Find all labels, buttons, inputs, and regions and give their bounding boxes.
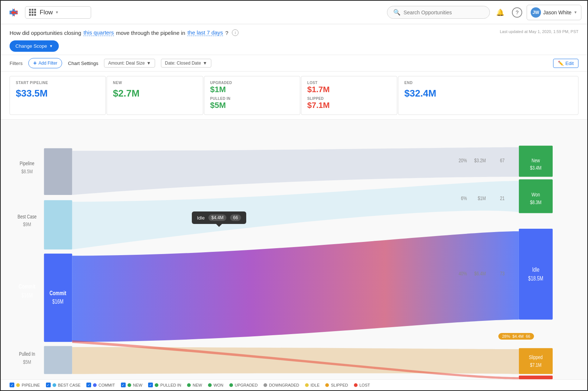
question-mid: move through the pipeline in [116, 30, 185, 36]
legend-won[interactable]: WON [208, 383, 223, 387]
svg-text:40%: 40% [459, 270, 467, 276]
legend-pulledin-label: PULLED IN [160, 383, 181, 387]
upgraded-card: UPGRADED $1M PULLED IN $5M [204, 76, 300, 115]
app-name: Flow [40, 9, 53, 16]
legend-upgraded[interactable]: UPGRADED [229, 383, 258, 387]
legend-pipeline-checkbox[interactable]: ✓ [10, 383, 14, 387]
legend-downgraded-dot [263, 383, 267, 387]
edit-button[interactable]: ✏️ Edit [553, 59, 578, 68]
legend-downgraded-label: DOWNGRADED [269, 383, 299, 387]
date-filter[interactable]: Date: Closed Date ▼ [161, 59, 211, 68]
help-icon[interactable]: ? [512, 7, 522, 18]
legend-new-checkbox[interactable]: ✓ [121, 383, 126, 387]
add-filter-icon: + [33, 60, 36, 66]
legend-slipped[interactable]: SLIPPED [325, 383, 348, 387]
legend-bestcase-checkbox[interactable]: ✓ [46, 383, 51, 387]
idle-cnt: 66 [526, 334, 530, 338]
question-suffix: ? [225, 30, 228, 36]
idle-pct: 28% [502, 334, 510, 338]
change-scope-button[interactable]: Change Scope ▼ [10, 40, 59, 52]
svg-text:New: New [532, 157, 540, 163]
legend-new2-dot [187, 383, 191, 387]
legend-lost-dot [354, 383, 358, 387]
legend-commit-checkbox[interactable]: ✓ [86, 383, 91, 387]
app-selector[interactable]: Flow ▼ [25, 6, 91, 19]
svg-text:Commit: Commit [19, 283, 36, 290]
end-card: END $32.4M [398, 76, 578, 115]
page-question: How did opportunities closing this quart… [10, 29, 239, 36]
legend-commit[interactable]: ✓ COMMIT [86, 383, 115, 387]
legend-bestcase-label: BEST CASE [58, 383, 81, 387]
legend-upgraded-dot [229, 383, 233, 387]
user-name: Jason White [543, 10, 571, 15]
svg-text:Won: Won [531, 192, 540, 198]
slipped-label: SLIPPED [307, 97, 391, 101]
search-input[interactable] [404, 10, 484, 15]
scope-link[interactable]: this quarters [83, 29, 114, 36]
svg-rect-6 [44, 346, 72, 374]
new-value: $2.7M [113, 88, 197, 99]
nav-icons: 🔔 ? [494, 7, 522, 18]
svg-text:$18.5M: $18.5M [528, 275, 543, 282]
search-icon: 🔍 [393, 9, 401, 16]
add-filter-button[interactable]: + Add Filter [28, 58, 62, 68]
notifications-icon[interactable]: 🔔 [494, 7, 506, 18]
svg-text:Best Case: Best Case [18, 213, 37, 220]
start-pipeline-value: $33.5M [16, 88, 100, 99]
user-chevron: ▼ [574, 10, 577, 14]
user-menu[interactable]: JW Jason White ▼ [527, 5, 581, 20]
lost-card: LOST $1.7M SLIPPED $7.1M [301, 76, 397, 115]
legend-commit-label: COMMIT [98, 383, 115, 387]
date-filter-chevron: ▼ [203, 61, 207, 66]
end-label: END [404, 81, 572, 85]
legend-lost[interactable]: LOST [354, 383, 370, 387]
legend-bestcase-dot [53, 383, 56, 387]
legend-idle-dot [305, 383, 309, 387]
upgraded-label: UPGRADED [210, 81, 294, 85]
legend-idle[interactable]: IDLE [305, 383, 319, 387]
sankey-svg: Pipeline $8.5M Best Case $9M Commit $16M… [1, 120, 587, 379]
amount-filter-chevron: ▼ [147, 61, 151, 66]
lost-label: LOST [307, 81, 391, 85]
summary-cards: START PIPELINE $33.5M NEW $2.7M UPGRADED… [1, 72, 587, 120]
top-nav: Flow ▼ 🔍 🔔 ? JW Jason White ▼ [1, 1, 587, 24]
start-pipeline-label: START PIPELINE [16, 81, 100, 85]
legend-commit-dot [93, 383, 97, 387]
add-filter-label: Add Filter [39, 61, 57, 66]
lost-value: $1.7M [307, 85, 391, 94]
page-header: How did opportunities closing this quart… [1, 24, 587, 55]
search-bar[interactable]: 🔍 [387, 6, 490, 19]
legend-pipeline[interactable]: ✓ PIPELINE [10, 383, 40, 387]
start-pipeline-card: START PIPELINE $33.5M [10, 76, 106, 115]
info-icon[interactable]: i [232, 29, 239, 36]
edit-icon: ✏️ [558, 61, 564, 66]
period-link[interactable]: the last 7 days [187, 29, 223, 36]
legend-slipped-label: SLIPPED [331, 383, 348, 387]
legend-new[interactable]: ✓ NEW [121, 383, 143, 387]
legend-new-dot [128, 383, 131, 387]
legend-new-label: NEW [133, 383, 143, 387]
svg-text:Idle: Idle [532, 266, 539, 273]
last-updated: Last updated at May 1, 2020, 1:59 PM, PS… [500, 29, 578, 34]
legend-new2[interactable]: NEW [187, 383, 202, 387]
idle-amt: $4.4M [512, 334, 524, 338]
pulled-in-label: PULLED IN [210, 97, 294, 101]
svg-text:$8.5M: $8.5M [21, 168, 33, 174]
legend-downgraded[interactable]: DOWNGRADED [263, 383, 299, 387]
svg-text:73: 73 [500, 270, 505, 276]
svg-text:Pipeline: Pipeline [20, 160, 35, 167]
svg-text:$16M: $16M [21, 292, 33, 298]
grid-icon [29, 9, 36, 16]
legend-bestcase[interactable]: ✓ BEST CASE [46, 383, 81, 387]
svg-text:Commit: Commit [50, 290, 67, 296]
legend-pulledin-checkbox[interactable]: ✓ [148, 383, 153, 387]
svg-text:Slipped: Slipped [529, 354, 543, 360]
new-label: NEW [113, 81, 197, 85]
sankey-container: START Apr 27, 2020 START May 1, 2020 [1, 120, 587, 379]
svg-text:$5M: $5M [23, 359, 31, 365]
amount-filter[interactable]: Amount: Deal Size ▼ [104, 59, 155, 68]
svg-text:$3.4M: $3.4M [530, 164, 541, 171]
svg-text:67: 67 [500, 157, 505, 163]
edit-label: Edit [566, 61, 574, 66]
legend-pulledin[interactable]: ✓ PULLED IN [148, 383, 181, 387]
